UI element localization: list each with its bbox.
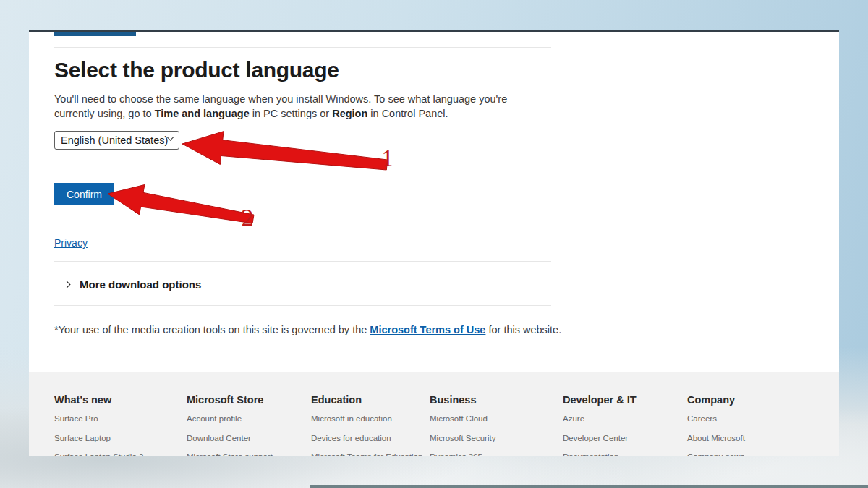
footer-link[interactable]: Careers [687, 414, 796, 423]
footer-heading: Business [430, 394, 563, 406]
footer-link[interactable]: Microsoft Cloud [430, 414, 563, 423]
terms-text: *Your use of the media creation tools on… [54, 324, 839, 335]
terms-of-use-link[interactable]: Microsoft Terms of Use [370, 324, 485, 335]
intro-bold-time-and-language: Time and language [155, 108, 250, 119]
divider [54, 47, 551, 48]
footer-link[interactable]: Documentation [563, 453, 687, 456]
footer-link[interactable]: Company news [687, 453, 796, 456]
footer-column-company: Company Careers About Microsoft Company … [687, 394, 796, 456]
chevron-right-icon [64, 281, 71, 288]
footer-link[interactable]: Devices for education [311, 434, 430, 442]
footer-link[interactable]: Surface Laptop [54, 434, 187, 442]
page-title: Select the product language [54, 58, 839, 82]
intro-part2: in PC settings or [250, 108, 332, 119]
footer-link[interactable]: Microsoft Teams for Education [311, 453, 430, 456]
window-sill-edge [310, 485, 868, 488]
footer-link[interactable]: Surface Pro [54, 414, 187, 423]
footer-heading: Developer & IT [563, 394, 687, 406]
language-select-value: English (United States) [61, 134, 168, 146]
active-tab-indicator [54, 32, 136, 36]
footer-link[interactable]: Microsoft in education [311, 414, 430, 423]
footer-heading: Microsoft Store [187, 394, 311, 406]
terms-suffix: for this website. [485, 324, 561, 335]
privacy-link[interactable]: Privacy [54, 237, 88, 249]
page-top-border [29, 30, 839, 32]
main-content: Select the product language You'll need … [29, 47, 839, 335]
footer-heading: Education [311, 394, 430, 406]
more-download-options-label: More download options [80, 278, 201, 291]
footer-link[interactable]: Microsoft Store support [187, 453, 311, 456]
language-select[interactable]: English (United States) [54, 131, 179, 150]
site-footer: What's new Surface Pro Surface Laptop Su… [29, 372, 839, 456]
footer-heading: Company [687, 394, 796, 406]
divider [54, 261, 551, 262]
footer-heading: What's new [54, 394, 187, 406]
footer-link[interactable]: Surface Laptop Studio 2 [54, 453, 187, 456]
footer-column-developer-it: Developer & IT Azure Developer Center Do… [563, 394, 687, 456]
terms-prefix: *Your use of the media creation tools on… [54, 324, 370, 335]
more-download-options-expander[interactable]: More download options [54, 278, 839, 291]
footer-column-education: Education Microsoft in education Devices… [311, 394, 430, 456]
browser-page-card: Select the product language You'll need … [29, 30, 839, 456]
footer-link[interactable]: Developer Center [563, 434, 687, 442]
footer-link[interactable]: About Microsoft [687, 434, 796, 442]
footer-link[interactable]: Account profile [187, 414, 311, 423]
footer-link[interactable]: Dynamics 365 [430, 453, 563, 456]
footer-link[interactable]: Download Center [187, 434, 311, 442]
footer-column-business: Business Microsoft Cloud Microsoft Secur… [430, 394, 563, 456]
intro-bold-region: Region [332, 108, 367, 119]
intro-part3: in Control Panel. [367, 108, 448, 119]
confirm-button[interactable]: Confirm [54, 183, 114, 205]
footer-link[interactable]: Azure [563, 414, 687, 423]
intro-text: You'll need to choose the same language … [54, 92, 542, 121]
divider [54, 305, 551, 306]
divider [54, 221, 551, 221]
footer-column-whats-new: What's new Surface Pro Surface Laptop Su… [54, 394, 187, 456]
footer-column-microsoft-store: Microsoft Store Account profile Download… [187, 394, 311, 456]
footer-link[interactable]: Microsoft Security [430, 434, 563, 442]
